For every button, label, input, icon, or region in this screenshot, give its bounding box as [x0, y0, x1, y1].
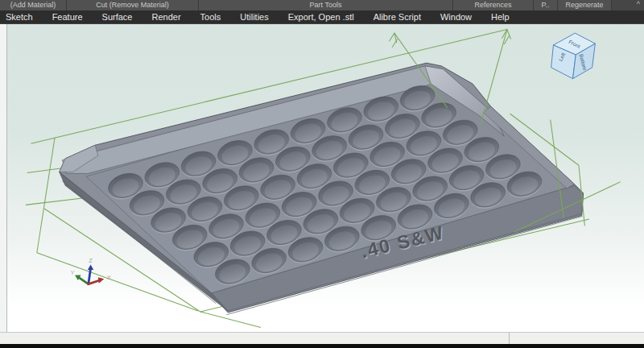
menu-bar: Sketch Feature Surface Render Tools Util… [0, 10, 644, 24]
menu-surface[interactable]: Surface [93, 10, 142, 23]
status-bar-divider [509, 333, 510, 345]
menu-tools[interactable]: Tools [191, 10, 231, 23]
tab-cut-remove-material[interactable]: Cut (Remove Material) [67, 0, 199, 10]
collapse-ribbon-icon[interactable]: ^ [637, 0, 640, 9]
ammo-tray-model[interactable]: .40 S&W .40 S&W [60, 63, 584, 314]
x-axis-label: X [107, 274, 111, 281]
tab-add-material[interactable]: (Add Material) [0, 0, 67, 10]
z-axis-arrow-icon [88, 265, 93, 270]
view-cube[interactable]: Front Left Bottom [551, 33, 596, 79]
menu-alibre-script[interactable]: Alibre Script [364, 10, 431, 23]
ribbon-tab-strip: (Add Material) Cut (Remove Material) Par… [0, 0, 644, 10]
menu-window[interactable]: Window [431, 10, 481, 23]
z-axis-label: Z [89, 257, 93, 264]
menu-utilities[interactable]: Utilities [230, 10, 278, 23]
model-scene: .40 S&W .40 S&W Z [0, 24, 644, 332]
taskbar-edge [0, 344, 644, 348]
menu-render[interactable]: Render [142, 10, 190, 23]
regenerate-button[interactable]: Regenerate [558, 0, 612, 10]
menu-feature[interactable]: Feature [43, 10, 93, 23]
y-axis-label: Y [71, 269, 75, 276]
tab-references[interactable]: References [453, 0, 534, 10]
ribbon-filler: ^ [612, 0, 644, 10]
tab-part-tools[interactable]: Part Tools [199, 0, 453, 10]
axis-arrowhead-right-icon [502, 29, 510, 39]
orientation-triad: Z Y X [71, 257, 111, 284]
tab-p-truncated[interactable]: P.. [534, 0, 558, 10]
x-axis-arrow-icon [98, 277, 104, 283]
menu-export-open-stl[interactable]: Export, Open .stl [279, 10, 364, 23]
menu-help[interactable]: Help [481, 10, 519, 23]
alibre-design-window: (Add Material) Cut (Remove Material) Par… [0, 0, 644, 348]
menu-sketch[interactable]: Sketch [0, 10, 43, 23]
status-bar [0, 332, 644, 344]
